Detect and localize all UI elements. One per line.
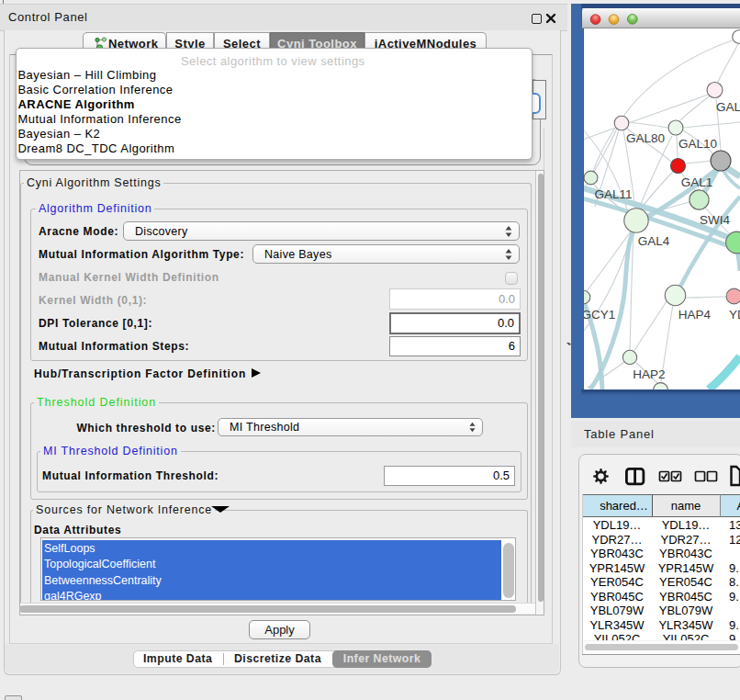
svg-text:YD: YD <box>729 308 740 322</box>
svg-text:GAL2: GAL2 <box>716 100 740 114</box>
svg-text:GAL1: GAL1 <box>681 175 713 189</box>
svg-text:GAL4: GAL4 <box>638 234 670 248</box>
svg-text:GAL10: GAL10 <box>678 137 717 151</box>
svg-text:GCY1: GCY1 <box>584 308 615 322</box>
svg-text:HAP2: HAP2 <box>633 367 665 381</box>
svg-text:GAL11: GAL11 <box>594 187 632 201</box>
svg-text:GAL80: GAL80 <box>626 131 665 145</box>
svg-text:HAP4: HAP4 <box>678 308 712 322</box>
svg-text:SWI4: SWI4 <box>700 213 730 227</box>
